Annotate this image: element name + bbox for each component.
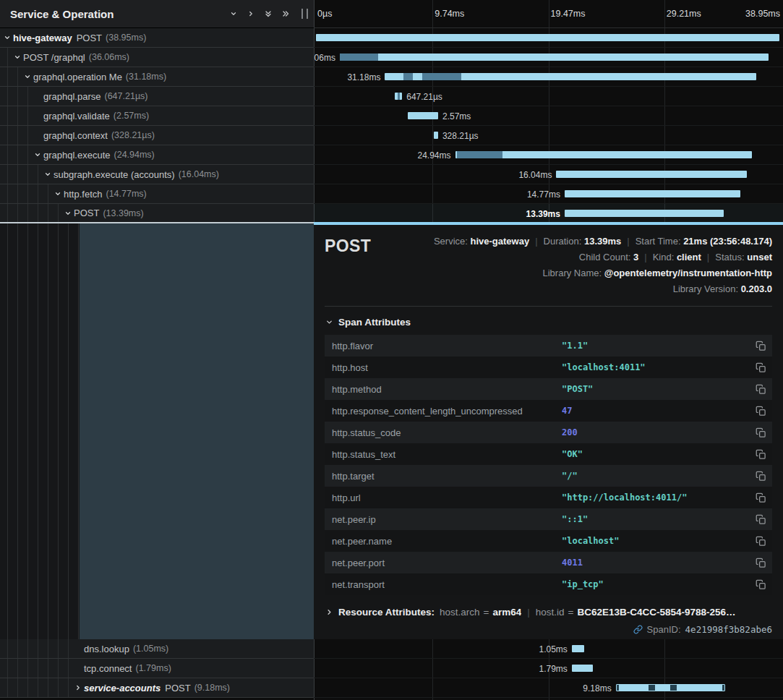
chevron-down-icon[interactable] xyxy=(52,190,64,197)
meta-value: unset xyxy=(747,252,772,262)
copy-icon[interactable] xyxy=(749,449,772,460)
chevron-right-icon[interactable] xyxy=(72,684,84,691)
copy-icon[interactable] xyxy=(749,514,772,525)
span-row[interactable]: service-accountsPOST(9.18ms)9.18ms xyxy=(0,678,783,698)
panel-resize-handle[interactable] xyxy=(301,9,308,19)
span-bar[interactable] xyxy=(316,34,779,41)
span-tree-cell[interactable]: graphql.context(328.21µs) xyxy=(0,126,314,145)
span-tree-cell[interactable]: graphql.parse(647.21µs) xyxy=(0,87,314,106)
meta-label: Library Version: xyxy=(673,283,741,294)
span-bar[interactable] xyxy=(340,54,769,61)
copy-icon[interactable] xyxy=(749,536,772,547)
span-tree-cell[interactable]: dns.lookup(1.05ms) xyxy=(0,639,314,659)
span-row[interactable]: graphql.parse(647.21µs)647.21µs xyxy=(0,87,783,106)
indent-guide xyxy=(78,223,79,639)
tree-toolbar xyxy=(225,5,294,22)
span-row[interactable]: tcp.connect(1.79ms)1.79ms xyxy=(0,659,783,678)
span-tree-cell[interactable]: graphql.validate(2.57ms) xyxy=(0,106,314,126)
chevron-right-icon[interactable] xyxy=(242,5,260,22)
span-tree-cell[interactable]: graphql.execute(24.94ms) xyxy=(0,145,314,165)
attribute-value: 200 xyxy=(562,427,749,438)
copy-icon[interactable] xyxy=(749,341,772,351)
span-tree-cell[interactable]: http.fetch(14.77ms) xyxy=(0,184,314,204)
span-bar[interactable] xyxy=(395,93,403,100)
attribute-row: http.url"http://localhost:4011/" xyxy=(325,487,772,508)
span-timeline-cell[interactable]: 36.06ms xyxy=(314,48,783,67)
span-row[interactable]: graphql.execute(24.94ms)24.94ms xyxy=(0,145,783,165)
span-tree-duration: (647.21µs) xyxy=(105,91,148,101)
span-bar[interactable] xyxy=(556,171,747,178)
copy-icon[interactable] xyxy=(749,362,772,373)
chevron-down-icon[interactable] xyxy=(225,5,242,22)
span-bar[interactable] xyxy=(565,190,740,197)
double-chevron-down-icon[interactable] xyxy=(260,5,277,22)
trace-viewer: Service & Operation 0µs9.74ms19.47ms29.2… xyxy=(0,0,783,700)
span-bar[interactable] xyxy=(565,210,724,217)
span-tree-cell[interactable]: graphql.operation Me(31.18ms) xyxy=(0,67,314,87)
attribute-row: http.response_content_length_uncompresse… xyxy=(325,400,772,422)
chevron-down-icon[interactable] xyxy=(42,171,54,178)
copy-icon[interactable] xyxy=(749,471,772,482)
span-bar[interactable] xyxy=(572,645,584,652)
span-operation-name: POST xyxy=(77,33,102,43)
span-tree-cell[interactable]: POST /graphql(36.06ms) xyxy=(0,48,314,67)
copy-icon[interactable] xyxy=(749,406,772,417)
chevron-down-icon[interactable] xyxy=(12,54,23,61)
span-rows-bottom: dns.lookup(1.05ms)1.05mstcp.connect(1.79… xyxy=(0,639,783,698)
span-tree-cell[interactable]: tcp.connect(1.79ms) xyxy=(0,659,314,678)
resource-attributes-toggle[interactable]: Resource Attributes: host.arch=arm64|hos… xyxy=(325,607,772,618)
chevron-down-icon[interactable] xyxy=(32,151,43,158)
attribute-row: http.status_code200 xyxy=(325,422,772,443)
span-timeline-cell[interactable]: 16.04ms xyxy=(314,165,783,184)
span-row[interactable]: POST(13.39ms)13.39ms xyxy=(0,204,783,223)
link-icon[interactable] xyxy=(633,625,643,634)
span-row[interactable]: subgraph.execute (accounts)(16.04ms)16.0… xyxy=(0,165,783,184)
span-bar-segment xyxy=(677,685,722,691)
span-timeline-cell[interactable]: 13.39ms xyxy=(314,204,783,223)
chevron-down-icon[interactable] xyxy=(22,73,33,80)
span-row[interactable]: graphql.operation Me(31.18ms)31.18ms xyxy=(0,67,783,87)
attribute-key: net.peer.ip xyxy=(325,514,562,525)
span-timeline-cell[interactable]: 328.21µs xyxy=(314,126,783,145)
copy-icon[interactable] xyxy=(749,579,772,590)
span-timeline-cell[interactable]: 31.18ms xyxy=(314,67,783,87)
copy-icon[interactable] xyxy=(749,558,772,568)
span-tree-cell[interactable]: hive-gatewayPOST(38.95ms) xyxy=(0,28,314,48)
span-timeline-cell[interactable]: 2.57ms xyxy=(314,106,783,126)
span-row[interactable]: dns.lookup(1.05ms)1.05ms xyxy=(0,639,783,659)
span-timeline-cell[interactable] xyxy=(314,28,783,48)
span-row[interactable]: graphql.validate(2.57ms)2.57ms xyxy=(0,106,783,126)
double-chevron-right-icon[interactable] xyxy=(277,5,294,22)
span-timeline-cell[interactable]: 1.79ms xyxy=(314,659,783,678)
span-attributes-toggle[interactable]: Span Attributes xyxy=(325,317,772,328)
copy-icon[interactable] xyxy=(749,427,772,438)
span-bar[interactable] xyxy=(455,151,752,158)
span-bar[interactable] xyxy=(385,73,756,80)
span-timeline-cell[interactable]: 647.21µs xyxy=(314,87,783,106)
span-row[interactable]: hive-gatewayPOST(38.95ms) xyxy=(0,28,783,48)
span-row-content: graphql.operation Me(31.18ms) xyxy=(0,67,314,86)
span-tree-cell[interactable]: service-accountsPOST(9.18ms) xyxy=(0,678,314,698)
span-timeline-cell[interactable]: 9.18ms xyxy=(314,678,783,698)
span-row[interactable]: http.fetch(14.77ms)14.77ms xyxy=(0,184,783,204)
span-bar[interactable] xyxy=(616,684,725,691)
span-bar[interactable] xyxy=(572,665,593,672)
span-row[interactable]: POST /graphql(36.06ms)36.06ms xyxy=(0,48,783,67)
chevron-down-icon[interactable] xyxy=(1,34,13,41)
span-bar[interactable] xyxy=(434,132,438,139)
chevron-down-icon[interactable] xyxy=(62,210,74,217)
span-timeline-cell[interactable]: 24.94ms xyxy=(314,145,783,165)
span-row[interactable]: graphql.context(328.21µs)328.21µs xyxy=(0,126,783,145)
copy-icon[interactable] xyxy=(749,492,772,503)
span-row-content: graphql.validate(2.57ms) xyxy=(0,106,314,125)
meta-label: Service: xyxy=(434,236,471,247)
span-timeline-cell[interactable]: 1.05ms xyxy=(314,639,783,659)
copy-icon[interactable] xyxy=(749,384,772,395)
span-timeline-cell[interactable]: 14.77ms xyxy=(314,184,783,204)
attribute-row: net.transport"ip_tcp" xyxy=(325,573,772,595)
span-bar[interactable] xyxy=(408,112,438,119)
span-tree-cell[interactable]: subgraph.execute (accounts)(16.04ms) xyxy=(0,165,314,184)
span-row-content: graphql.execute(24.94ms) xyxy=(0,145,314,164)
span-tree-cell[interactable]: POST(13.39ms) xyxy=(0,204,314,223)
span-row-content: hive-gatewayPOST(38.95ms) xyxy=(0,28,314,47)
